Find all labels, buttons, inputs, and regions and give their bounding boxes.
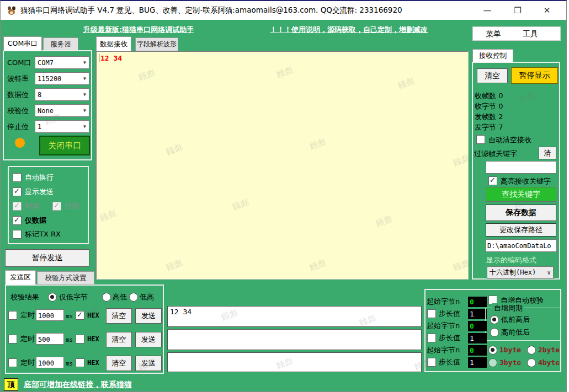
send-input-3[interactable] <box>167 352 422 372</box>
baud-rate-select[interactable]: 115200 ▼ <box>35 72 89 85</box>
rx-frames-stat: 收帧数 0 <box>475 91 503 101</box>
start-byte2-value: 0 <box>470 322 474 330</box>
menu-item-tools[interactable]: 工具 <box>523 29 538 39</box>
parity-value: None <box>38 107 54 115</box>
tab-data-receive[interactable]: 数据接收 <box>96 36 131 51</box>
close-button[interactable]: ✕ <box>534 1 560 20</box>
hex3-checkbox[interactable] <box>76 358 84 367</box>
clear2-button[interactable]: 清空 <box>106 332 132 347</box>
filter-keyword-input[interactable] <box>486 161 556 174</box>
pause-send-button[interactable]: 暂停发送 <box>5 249 89 267</box>
app-icon <box>6 5 17 16</box>
step3-checkbox[interactable] <box>427 358 436 367</box>
com-port-select[interactable]: COM7 ▼ <box>35 56 89 69</box>
time-label: 时间 <box>25 201 39 211</box>
byte2-label: 2byte <box>538 345 560 355</box>
parity-select[interactable]: None ▼ <box>35 104 89 117</box>
clear1-button[interactable]: 清空 <box>106 308 132 324</box>
send-input-2[interactable] <box>167 329 422 350</box>
timer1-checkbox[interactable] <box>8 311 17 320</box>
timer2-checkbox[interactable] <box>8 335 17 343</box>
show-send-checkbox[interactable] <box>13 187 22 196</box>
encoding-format-select[interactable]: 十六进制(Hex) ∨ <box>487 266 554 279</box>
minimize-button[interactable]: — <box>474 1 501 20</box>
step1-checkbox[interactable] <box>427 309 436 318</box>
hex1-checkbox[interactable] <box>76 311 84 320</box>
parity-label: 校验位 <box>7 106 29 115</box>
timer3-checkbox[interactable] <box>8 358 17 367</box>
byte4-radio[interactable] <box>527 358 536 367</box>
send1-button[interactable]: 发送 <box>135 308 162 324</box>
rx-bytes-label: 收字节 <box>475 102 496 110</box>
byte4-label: 4byte <box>538 358 560 367</box>
start-byte2-input[interactable]: 0 <box>468 321 487 331</box>
checksum-highlow-radio[interactable] <box>102 293 111 302</box>
send-input-1[interactable]: 12 34 <box>167 306 422 327</box>
hex2-checkbox[interactable] <box>76 335 84 343</box>
help-link[interactable]: ！！！使用说明，源码获取，自己定制，增删减改 <box>270 25 428 35</box>
filter-clear-button[interactable]: 清 <box>539 147 556 159</box>
start-byte1-input[interactable]: 0 <box>468 297 487 307</box>
byte2-radio[interactable] <box>527 346 536 355</box>
checksum-lowbyte-radio[interactable] <box>48 293 57 302</box>
clear-receive-button[interactable]: 清空 <box>477 68 508 83</box>
step1-label: 步长值 <box>439 309 460 318</box>
receive-textarea[interactable]: 12 34 <box>95 51 469 280</box>
tx-bytes-label: 发字节 <box>475 123 496 131</box>
timer3-interval-input[interactable]: 1000 <box>36 357 64 368</box>
auto-newline-checkbox[interactable] <box>13 173 22 182</box>
start-byte3-value: 0 <box>470 346 474 355</box>
save-path-input[interactable]: D:\amaoComDataLo <box>486 239 557 252</box>
stop-bits-label: 停止位 <box>7 122 29 131</box>
find-keyword-button[interactable]: 查找关键字 <box>486 187 556 202</box>
byte3-radio[interactable] <box>488 358 497 367</box>
menu-item-menu[interactable]: 菜单 <box>486 29 501 39</box>
data-bits-select[interactable]: 8 ▼ <box>35 88 89 101</box>
date-checkbox[interactable] <box>52 202 61 211</box>
byte1-label: 1byte <box>499 345 521 355</box>
auto-clear-checkbox[interactable] <box>476 135 485 144</box>
tab-server[interactable]: 服务器 <box>43 37 78 51</box>
encoding-format-label: 显示的编码格式 <box>486 255 536 265</box>
step3-input[interactable]: 1 <box>468 357 487 368</box>
cycle-group-label: 自增周期 <box>492 303 524 313</box>
data-only-checkbox[interactable] <box>13 216 22 225</box>
mark-txrx-checkbox[interactable] <box>13 230 22 239</box>
tab-com-serial[interactable]: COM串口 <box>3 36 42 51</box>
cycle-lowfirst-label: 低前高后 <box>501 315 530 324</box>
timer1-interval-input[interactable]: 1000 <box>36 309 64 321</box>
step1-input[interactable]: 1 <box>468 309 487 319</box>
tab-checksum-settings[interactable]: 校验方式设置 <box>37 271 94 284</box>
close-serial-button[interactable]: 关闭串口 <box>39 136 90 155</box>
send2-button[interactable]: 发送 <box>135 332 162 347</box>
step2-checkbox[interactable] <box>427 334 436 342</box>
upgrade-link[interactable]: 升级最新版:猫猫串口网络调试助手 <box>83 25 194 35</box>
hex1-label: HEX <box>87 311 99 320</box>
tab-send-area[interactable]: 发送区 <box>5 270 36 284</box>
footer-link[interactable]: 底部可增加在线链接，联系猫猫 <box>24 380 132 390</box>
start-byte1-label: 起始字节n <box>427 297 460 306</box>
highlight-keyword-checkbox[interactable] <box>488 176 497 185</box>
encoding-format-value: 十六进制(Hex) <box>490 268 536 277</box>
send3-button[interactable]: 发送 <box>135 356 162 371</box>
top-button[interactable]: 顶 <box>4 378 18 391</box>
change-save-path-button[interactable]: 更改保存路径 <box>486 223 556 237</box>
checksum-lowhigh-radio[interactable] <box>129 293 138 302</box>
time-checkbox[interactable] <box>13 202 22 211</box>
cycle-highfirst-radio[interactable] <box>490 328 499 337</box>
maximize-button[interactable]: ❐ <box>504 1 531 20</box>
step2-input[interactable]: 1 <box>468 333 487 343</box>
timer2-interval-input[interactable]: 500 <box>36 333 64 345</box>
tx-frames-label: 发帧数 <box>475 112 496 121</box>
clear3-button[interactable]: 清空 <box>106 356 132 371</box>
cycle-lowfirst-radio[interactable] <box>490 315 499 324</box>
start-byte3-input[interactable]: 0 <box>468 345 487 356</box>
tab-field-waveform[interactable]: 字段解析波形 <box>135 37 178 51</box>
tab-receive-control[interactable]: 接收控制 <box>472 49 513 62</box>
timer3-interval-value: 1000 <box>36 359 54 367</box>
stop-bits-select[interactable]: 1 ▼ <box>35 120 89 133</box>
timer3-ms-label: ms <box>66 359 73 368</box>
pause-display-button[interactable]: 暂停显示 <box>511 67 558 84</box>
byte1-radio[interactable] <box>488 346 497 355</box>
save-data-button[interactable]: 保存数据 <box>486 205 556 221</box>
